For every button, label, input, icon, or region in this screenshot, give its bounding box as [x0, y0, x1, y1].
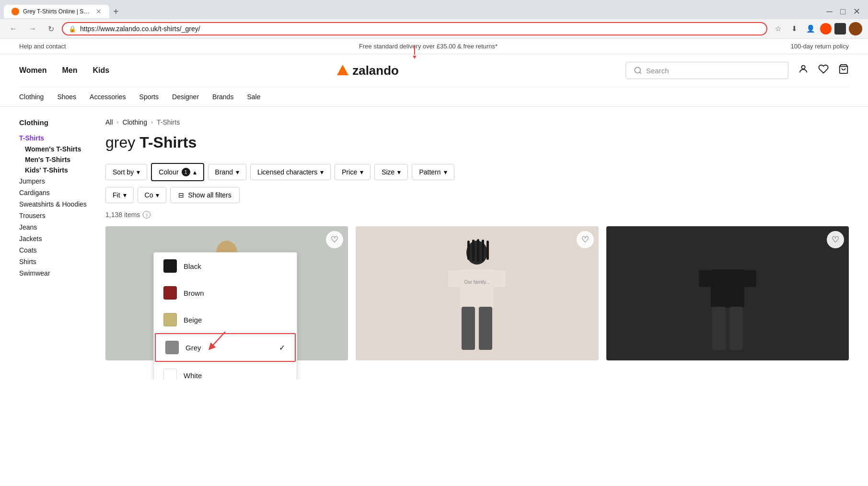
help-link[interactable]: Help and contact: [19, 43, 66, 50]
new-tab-button[interactable]: +: [109, 6, 123, 17]
product-card-2[interactable]: ♡: [356, 226, 598, 360]
subnav-sale[interactable]: Sale: [247, 93, 260, 101]
url-bar-container: 🔒: [62, 22, 767, 35]
breadcrumb-sep-2: ›: [151, 119, 153, 126]
colour-brown-label: Brown: [184, 289, 204, 297]
grey-swatch: [165, 341, 179, 354]
back-button[interactable]: ←: [6, 23, 21, 35]
browser-toolbar: ← → ↻ 🔒 ☆ ⬇ 👤: [0, 19, 868, 38]
subnav-clothing[interactable]: Clothing: [19, 93, 44, 101]
tab-favicon: [12, 8, 19, 15]
size-filter-button[interactable]: Size ▾: [374, 164, 408, 180]
svg-rect-26: [699, 270, 712, 287]
forward-button[interactable]: →: [25, 23, 40, 35]
brand-filter-button[interactable]: Brand ▾: [208, 164, 246, 180]
svg-point-2: [801, 66, 805, 69]
logo-text: zalando: [352, 63, 399, 78]
user-icon[interactable]: [798, 64, 809, 77]
profile-icon[interactable]: 👤: [804, 22, 817, 35]
extension-icon-2[interactable]: [834, 23, 846, 35]
size-chevron: ▾: [397, 168, 401, 176]
sort-by-button[interactable]: Sort by ▾: [105, 164, 147, 180]
delivery-info: Free standard delivery over £35.00 & fre…: [359, 43, 498, 50]
svg-rect-29: [729, 307, 743, 350]
breadcrumb-clothing[interactable]: Clothing: [123, 118, 147, 126]
extension-icon-1[interactable]: [820, 23, 832, 35]
nav-men[interactable]: Men: [62, 66, 77, 75]
filter-bar-row1: Sort by ▾ Colour 1 ▴ Brand ▾ Licensed ch…: [105, 163, 849, 181]
download-icon[interactable]: ⬇: [787, 22, 801, 35]
product-image-3: ♡: [606, 226, 849, 360]
sidebar-item-cardigans[interactable]: Cardigans: [19, 187, 96, 198]
licensed-characters-button[interactable]: Licensed characters ▾: [250, 164, 331, 180]
search-bar[interactable]: Search: [625, 62, 788, 79]
licensed-characters-label: Licensed characters: [257, 168, 317, 176]
active-tab[interactable]: Grey T-Shirts Online | Shop You... ✕: [4, 5, 109, 18]
wishlist-button-2[interactable]: ♡: [577, 231, 594, 248]
maximize-button[interactable]: □: [836, 7, 849, 17]
subnav-shoes[interactable]: Shoes: [57, 93, 76, 101]
breadcrumb-all[interactable]: All: [105, 118, 113, 126]
sidebar-item-kids-tshirts[interactable]: Kids' T-Shirts: [25, 165, 96, 175]
sidebar-item-tshirts[interactable]: T-Shirts: [19, 132, 96, 144]
size-label: Size: [382, 168, 394, 176]
url-input[interactable]: [80, 25, 761, 33]
sidebar-sub-items: Women's T-Shirts Men's T-Shirts Kids' T-…: [19, 144, 96, 175]
sidebar-item-coats[interactable]: Coats: [19, 244, 96, 256]
sidebar-item-swimwear[interactable]: Swimwear: [19, 267, 96, 279]
sidebar-item-mens-tshirts[interactable]: Men's T-Shirts: [25, 154, 96, 165]
fit-filter-button[interactable]: Fit ▾: [105, 187, 134, 203]
bookmark-icon[interactable]: ☆: [771, 22, 785, 35]
colour-option-brown[interactable]: Brown: [154, 279, 297, 306]
sub-navigation: Clothing Shoes Accessories Sports Design…: [19, 87, 849, 106]
bag-icon[interactable]: [838, 64, 849, 77]
breadcrumb-current: T-Shirts: [157, 118, 180, 126]
logo-icon: [336, 64, 349, 77]
breadcrumb-sep-1: ›: [117, 119, 119, 126]
sidebar-item-jackets[interactable]: Jackets: [19, 233, 96, 244]
sidebar-item-shirts[interactable]: Shirts: [19, 256, 96, 267]
colour-filter-button[interactable]: Colour 1 ▴: [151, 163, 204, 181]
brand-label: Brand: [215, 168, 233, 176]
subnav-designer[interactable]: Designer: [172, 93, 199, 101]
colour-beige-label: Beige: [184, 316, 202, 324]
colour-grey-label: Grey: [185, 344, 201, 352]
show-all-filters-button[interactable]: ⊟ Show all filters: [170, 187, 239, 203]
wishlist-icon[interactable]: [818, 64, 829, 77]
refresh-button[interactable]: ↻: [44, 23, 58, 35]
subnav-accessories[interactable]: Accessories: [90, 93, 126, 101]
svg-rect-18: [460, 269, 494, 308]
svg-rect-22: [462, 307, 475, 350]
sidebar-item-womens-tshirts[interactable]: Women's T-Shirts: [25, 144, 96, 154]
sidebar: Clothing T-Shirts Women's T-Shirts Men's…: [19, 107, 105, 360]
subnav-sports[interactable]: Sports: [139, 93, 159, 101]
price-filter-button[interactable]: Price ▾: [335, 164, 370, 180]
sidebar-item-jumpers[interactable]: Jumpers: [19, 175, 96, 187]
colour-option-black[interactable]: Black: [154, 253, 297, 279]
subnav-brands[interactable]: Brands: [212, 93, 233, 101]
wishlist-button-3[interactable]: ♡: [827, 231, 844, 248]
nav-women[interactable]: Women: [19, 66, 46, 75]
sidebar-item-trousers[interactable]: Trousers: [19, 210, 96, 221]
minimize-button[interactable]: ─: [822, 7, 836, 17]
show-all-label: Show all filters: [188, 191, 231, 199]
fit-chevron: ▾: [123, 191, 127, 199]
logo[interactable]: zalando: [336, 63, 399, 78]
nav-kids[interactable]: Kids: [93, 66, 109, 75]
user-profile-icon[interactable]: [849, 22, 862, 35]
colour-option-beige[interactable]: Beige: [154, 306, 297, 333]
close-button[interactable]: ✕: [849, 6, 864, 17]
colour-option-grey[interactable]: Grey: [155, 333, 296, 362]
search-placeholder: Search: [646, 67, 669, 75]
close-tab-button[interactable]: ✕: [96, 8, 102, 15]
main-navigation: Women Men Kids: [19, 66, 109, 75]
white-swatch: [163, 369, 177, 380]
condition-filter-button[interactable]: Co ▾: [138, 187, 167, 203]
colour-option-white[interactable]: White: [154, 362, 297, 380]
sidebar-item-sweatshirts[interactable]: Sweatshirts & Hoodies: [19, 198, 96, 210]
sidebar-item-jeans[interactable]: Jeans: [19, 221, 96, 233]
pattern-filter-button[interactable]: Pattern ▾: [412, 164, 454, 180]
product-card-3[interactable]: ♡: [606, 226, 849, 360]
wishlist-button-1[interactable]: ♡: [326, 231, 343, 248]
info-icon[interactable]: i: [143, 211, 150, 219]
